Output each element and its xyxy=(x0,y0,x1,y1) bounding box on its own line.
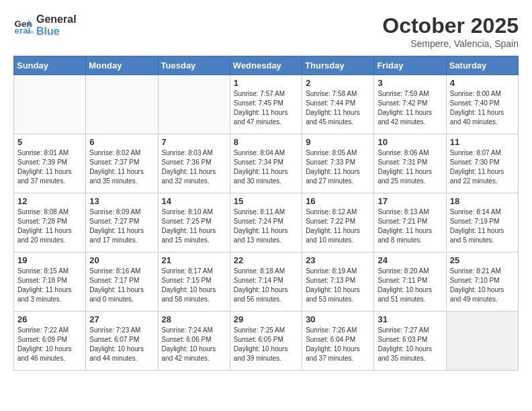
day-info: Sunrise: 8:08 AM Sunset: 7:28 PM Dayligh… xyxy=(17,208,82,245)
day-info: Sunrise: 8:21 AM Sunset: 7:10 PM Dayligh… xyxy=(450,267,515,304)
day-info: Sunrise: 8:13 AM Sunset: 7:21 PM Dayligh… xyxy=(378,208,442,245)
day-info: Sunrise: 8:20 AM Sunset: 7:11 PM Dayligh… xyxy=(378,267,442,304)
logo-text-line2: Blue xyxy=(36,26,77,38)
weekday-header-row: SundayMondayTuesdayWednesdayThursdayFrid… xyxy=(14,56,519,75)
calendar-cell: 5Sunrise: 8:01 AM Sunset: 7:39 PM Daylig… xyxy=(14,134,86,193)
calendar-cell: 19Sunrise: 8:15 AM Sunset: 7:18 PM Dayli… xyxy=(14,253,86,312)
calendar-week-row: 19Sunrise: 8:15 AM Sunset: 7:18 PM Dayli… xyxy=(14,253,519,312)
day-info: Sunrise: 8:06 AM Sunset: 7:31 PM Dayligh… xyxy=(378,148,442,186)
title-block: October 2025 Sempere, Valencia, Spain xyxy=(382,13,519,49)
calendar-week-row: 12Sunrise: 8:08 AM Sunset: 7:28 PM Dayli… xyxy=(14,193,519,253)
calendar-cell: 6Sunrise: 8:02 AM Sunset: 7:37 PM Daylig… xyxy=(86,134,158,193)
weekday-header-tuesday: Tuesday xyxy=(158,56,230,75)
calendar-week-row: 5Sunrise: 8:01 AM Sunset: 7:39 PM Daylig… xyxy=(14,134,519,193)
weekday-header-thursday: Thursday xyxy=(302,56,374,75)
day-number: 16 xyxy=(306,196,370,206)
calendar-cell: 23Sunrise: 8:19 AM Sunset: 7:13 PM Dayli… xyxy=(302,253,374,312)
calendar-cell: 31Sunrise: 7:27 AM Sunset: 6:03 PM Dayli… xyxy=(374,312,446,371)
day-number: 12 xyxy=(17,196,82,206)
day-number: 10 xyxy=(378,137,442,147)
day-number: 31 xyxy=(378,314,442,324)
calendar-cell: 3Sunrise: 7:59 AM Sunset: 7:42 PM Daylig… xyxy=(374,75,446,134)
day-info: Sunrise: 7:24 AM Sunset: 6:06 PM Dayligh… xyxy=(162,326,226,363)
calendar-cell xyxy=(14,75,86,134)
day-info: Sunrise: 8:04 AM Sunset: 7:34 PM Dayligh… xyxy=(234,148,298,186)
day-info: Sunrise: 7:27 AM Sunset: 6:03 PM Dayligh… xyxy=(378,326,442,363)
calendar-cell xyxy=(86,75,158,134)
day-number: 17 xyxy=(378,196,442,206)
day-number: 30 xyxy=(306,314,370,324)
weekday-header-saturday: Saturday xyxy=(446,56,518,75)
day-number: 26 xyxy=(17,314,82,324)
day-info: Sunrise: 8:18 AM Sunset: 7:14 PM Dayligh… xyxy=(234,267,298,304)
day-info: Sunrise: 7:25 AM Sunset: 6:05 PM Dayligh… xyxy=(234,326,298,363)
day-number: 28 xyxy=(162,314,226,324)
calendar-cell xyxy=(446,312,518,371)
day-info: Sunrise: 8:16 AM Sunset: 7:17 PM Dayligh… xyxy=(89,267,154,304)
logo-text-line1: General xyxy=(36,13,77,26)
logo: Gen eral Blue General Blue xyxy=(13,13,77,37)
calendar-cell: 12Sunrise: 8:08 AM Sunset: 7:28 PM Dayli… xyxy=(14,193,86,253)
location-subtitle: Sempere, Valencia, Spain xyxy=(382,38,519,49)
calendar-cell: 25Sunrise: 8:21 AM Sunset: 7:10 PM Dayli… xyxy=(446,253,518,312)
day-info: Sunrise: 7:59 AM Sunset: 7:42 PM Dayligh… xyxy=(378,89,442,127)
day-number: 4 xyxy=(450,78,515,88)
calendar-cell: 29Sunrise: 7:25 AM Sunset: 6:05 PM Dayli… xyxy=(230,312,302,371)
day-number: 3 xyxy=(378,78,442,88)
calendar-cell: 14Sunrise: 8:10 AM Sunset: 7:25 PM Dayli… xyxy=(158,193,230,253)
day-info: Sunrise: 8:03 AM Sunset: 7:36 PM Dayligh… xyxy=(162,148,226,186)
day-info: Sunrise: 8:19 AM Sunset: 7:13 PM Dayligh… xyxy=(306,267,370,304)
day-info: Sunrise: 8:02 AM Sunset: 7:37 PM Dayligh… xyxy=(89,148,154,186)
day-info: Sunrise: 7:57 AM Sunset: 7:45 PM Dayligh… xyxy=(234,89,298,127)
day-number: 25 xyxy=(450,255,515,265)
day-info: Sunrise: 8:07 AM Sunset: 7:30 PM Dayligh… xyxy=(450,148,515,186)
weekday-header-wednesday: Wednesday xyxy=(230,56,302,75)
day-number: 1 xyxy=(234,78,298,88)
page-header: Gen eral Blue General Blue October 2025 … xyxy=(13,13,519,49)
calendar-cell: 4Sunrise: 8:00 AM Sunset: 7:40 PM Daylig… xyxy=(446,75,518,134)
day-number: 6 xyxy=(89,137,154,147)
month-title: October 2025 xyxy=(382,13,519,38)
day-number: 18 xyxy=(450,196,515,206)
day-number: 2 xyxy=(306,78,370,88)
day-number: 14 xyxy=(162,196,226,206)
day-number: 22 xyxy=(234,255,298,265)
calendar-cell: 18Sunrise: 8:14 AM Sunset: 7:19 PM Dayli… xyxy=(446,193,518,253)
weekday-header-sunday: Sunday xyxy=(14,56,86,75)
day-number: 20 xyxy=(89,255,154,265)
calendar-cell: 21Sunrise: 8:17 AM Sunset: 7:15 PM Dayli… xyxy=(158,253,230,312)
calendar-cell xyxy=(158,75,230,134)
calendar-table: SundayMondayTuesdayWednesdayThursdayFrid… xyxy=(13,56,519,371)
day-number: 11 xyxy=(450,137,515,147)
day-info: Sunrise: 7:22 AM Sunset: 6:09 PM Dayligh… xyxy=(17,326,82,363)
day-info: Sunrise: 8:01 AM Sunset: 7:39 PM Dayligh… xyxy=(17,148,82,186)
day-info: Sunrise: 7:26 AM Sunset: 6:04 PM Dayligh… xyxy=(306,326,370,363)
day-number: 29 xyxy=(234,314,298,324)
day-number: 7 xyxy=(162,137,226,147)
day-number: 13 xyxy=(89,196,154,206)
day-info: Sunrise: 7:58 AM Sunset: 7:44 PM Dayligh… xyxy=(306,89,370,127)
calendar-cell: 1Sunrise: 7:57 AM Sunset: 7:45 PM Daylig… xyxy=(230,75,302,134)
calendar-cell: 22Sunrise: 8:18 AM Sunset: 7:14 PM Dayli… xyxy=(230,253,302,312)
calendar-cell: 27Sunrise: 7:23 AM Sunset: 6:07 PM Dayli… xyxy=(86,312,158,371)
calendar-cell: 13Sunrise: 8:09 AM Sunset: 7:27 PM Dayli… xyxy=(86,193,158,253)
day-number: 15 xyxy=(234,196,298,206)
day-info: Sunrise: 8:09 AM Sunset: 7:27 PM Dayligh… xyxy=(89,208,154,245)
calendar-cell: 15Sunrise: 8:11 AM Sunset: 7:24 PM Dayli… xyxy=(230,193,302,253)
day-number: 9 xyxy=(306,137,370,147)
calendar-week-row: 1Sunrise: 7:57 AM Sunset: 7:45 PM Daylig… xyxy=(14,75,519,134)
day-info: Sunrise: 8:11 AM Sunset: 7:24 PM Dayligh… xyxy=(234,208,298,245)
day-info: Sunrise: 8:05 AM Sunset: 7:33 PM Dayligh… xyxy=(306,148,370,186)
calendar-cell: 7Sunrise: 8:03 AM Sunset: 7:36 PM Daylig… xyxy=(158,134,230,193)
calendar-cell: 2Sunrise: 7:58 AM Sunset: 7:44 PM Daylig… xyxy=(302,75,374,134)
calendar-cell: 20Sunrise: 8:16 AM Sunset: 7:17 PM Dayli… xyxy=(86,253,158,312)
calendar-cell: 28Sunrise: 7:24 AM Sunset: 6:06 PM Dayli… xyxy=(158,312,230,371)
day-info: Sunrise: 8:10 AM Sunset: 7:25 PM Dayligh… xyxy=(162,208,226,245)
day-info: Sunrise: 7:23 AM Sunset: 6:07 PM Dayligh… xyxy=(89,326,154,363)
day-number: 27 xyxy=(89,314,154,324)
day-number: 23 xyxy=(306,255,370,265)
calendar-cell: 9Sunrise: 8:05 AM Sunset: 7:33 PM Daylig… xyxy=(302,134,374,193)
calendar-cell: 16Sunrise: 8:12 AM Sunset: 7:22 PM Dayli… xyxy=(302,193,374,253)
weekday-header-friday: Friday xyxy=(374,56,446,75)
day-number: 21 xyxy=(162,255,226,265)
